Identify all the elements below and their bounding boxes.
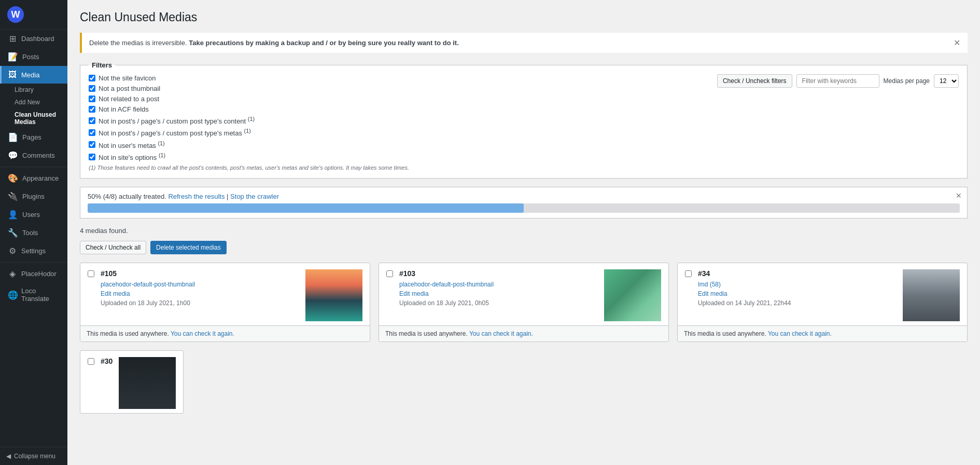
media-card-filename-link-105[interactable]: placehodor-default-post-thumbnail <box>101 281 299 288</box>
notice-close-button[interactable]: ✕ <box>954 38 960 48</box>
tools-icon: 🔧 <box>8 228 18 238</box>
filter-label-acf[interactable]: Not in ACF fields <box>99 105 149 113</box>
users-icon: 👤 <box>8 210 18 220</box>
comments-icon: 💬 <box>8 151 18 160</box>
media-card-filename-link-34[interactable]: lmd (58) <box>698 281 897 288</box>
filter-checkbox-site-options[interactable] <box>89 154 95 160</box>
plugins-icon: 🔌 <box>8 192 18 201</box>
sidebar-item-comments[interactable]: 💬 Comments <box>0 146 67 165</box>
media-card-date-34: Uploaded on 14 July 2021, 22h44 <box>698 299 897 307</box>
media-card-103: #103 placehodor-default-post-thumbnail E… <box>379 263 669 342</box>
progress-bar-background <box>88 203 960 213</box>
sidebar-item-label: Plugins <box>22 193 45 200</box>
filter-label-favicon[interactable]: Not the site favicon <box>99 74 156 82</box>
sidebar-item-settings[interactable]: ⚙ Settings <box>0 242 67 260</box>
media-card-edit-link-34[interactable]: Edit media <box>698 290 897 297</box>
sidebar-sub-library[interactable]: Library <box>0 84 67 96</box>
appearance-icon: 🎨 <box>8 173 18 183</box>
media-card-edit-link-105[interactable]: Edit media <box>101 290 299 297</box>
wp-logo-icon: W <box>7 6 24 23</box>
media-card-header-105: #105 placehodor-default-post-thumbnail E… <box>80 263 370 325</box>
sidebar-item-label: Settings <box>21 247 46 255</box>
per-page-label: Medias per page <box>884 77 930 85</box>
media-card-footer-34: This media is used anywhere. You can che… <box>678 325 967 341</box>
sidebar-item-label: Appearance <box>22 174 59 182</box>
media-card-footer-103: This media is used anywhere. You can che… <box>379 325 668 341</box>
delete-selected-button[interactable]: Delete selected medias <box>150 241 227 254</box>
sidebar-item-dashboard[interactable]: ⊞ Dashboard <box>0 30 67 48</box>
per-page-select[interactable]: 12 24 48 96 <box>934 74 959 88</box>
filter-badge-post-content: (1) <box>248 116 255 122</box>
media-card-thumbnail-105 <box>305 269 362 321</box>
sidebar-item-label: Users <box>22 211 40 218</box>
filter-checkbox-acf[interactable] <box>89 106 95 113</box>
media-card-thumbnail-103 <box>604 269 661 321</box>
media-card-checkbox-103[interactable] <box>386 270 393 277</box>
progress-section: ✕ 50% (4/8) actually treated. Refresh th… <box>80 187 968 218</box>
check-uncheck-all-button[interactable]: Check / Uncheck all <box>80 241 146 254</box>
media-card-34: #34 lmd (58) Edit media Uploaded on 14 J… <box>677 263 968 342</box>
settings-icon: ⚙ <box>8 246 17 256</box>
check-uncheck-filters-button[interactable]: Check / Uncheck filters <box>717 74 792 88</box>
media-card-edit-link-103[interactable]: Edit media <box>399 290 598 297</box>
media-card-id-34: #34 <box>698 269 897 278</box>
filters-content: Not the site favicon Not a post thumbnai… <box>89 74 959 171</box>
media-card-recheck-link-105[interactable]: You can check it again. <box>171 330 234 337</box>
media-card-105: #105 placehodor-default-post-thumbnail E… <box>80 263 370 342</box>
sidebar-item-tools[interactable]: 🔧 Tools <box>0 224 67 242</box>
posts-icon: 📝 <box>8 52 18 62</box>
filters-section: Filters Not the site favicon Not a post … <box>80 61 968 179</box>
warning-notice: Delete the medias is irreversible. Take … <box>80 33 968 53</box>
sidebar-item-appearance[interactable]: 🎨 Appearance <box>0 169 67 187</box>
progress-text: 50% (4/8) actually treated. Refresh the … <box>88 193 960 200</box>
sidebar-sub-add-new[interactable]: Add New <box>0 96 67 108</box>
progress-close-button[interactable]: ✕ <box>956 192 962 200</box>
filter-checkbox-post-metas[interactable] <box>89 129 95 136</box>
sidebar-item-users[interactable]: 👤 Users <box>0 206 67 224</box>
dashboard-icon: ⊞ <box>8 34 17 44</box>
media-card-checkbox-34[interactable] <box>685 270 692 277</box>
sidebar-item-loco-translate[interactable]: 🌐 Loco Translate <box>0 283 67 307</box>
sidebar-item-label: Tools <box>22 229 38 237</box>
sidebar-item-label: Posts <box>22 53 39 61</box>
keyword-filter-input[interactable] <box>796 74 879 88</box>
media-card-filename-link-103[interactable]: placehodor-default-post-thumbnail <box>399 281 598 288</box>
media-count-text: 4 medias found. <box>80 227 968 235</box>
filter-row-acf: Not in ACF fields <box>89 105 707 113</box>
sidebar-item-pages[interactable]: 📄 Pages <box>0 128 67 146</box>
notice-text: Delete the medias is irreversible. Take … <box>89 39 459 47</box>
collapse-menu-button[interactable]: ◀ Collapse menu <box>0 447 67 465</box>
filter-label-post-metas: Not in post's / page's / custom post typ… <box>99 128 251 137</box>
media-card-info-34: #34 lmd (58) Edit media Uploaded on 14 J… <box>698 269 897 307</box>
sidebar-sub-clean-unused[interactable]: Clean Unused Medias <box>0 108 67 128</box>
filter-checkbox-favicon[interactable] <box>89 75 95 81</box>
filter-label-related-post[interactable]: Not related to a post <box>99 95 159 103</box>
filter-label-site-options: Not in site's options (1) <box>99 152 165 161</box>
sidebar-item-plugins[interactable]: 🔌 Plugins <box>0 187 67 206</box>
media-card-checkbox-105[interactable] <box>88 270 94 277</box>
filter-row-site-options: Not in site's options (1) <box>89 152 707 161</box>
stop-crawler-link[interactable]: Stop the crawler <box>230 193 279 200</box>
media-card-recheck-link-34[interactable]: You can check it again. <box>768 330 832 337</box>
filters-left: Not the site favicon Not a post thumbnai… <box>89 74 707 171</box>
refresh-results-link[interactable]: Refresh the results <box>168 193 225 200</box>
sidebar-item-label: Comments <box>22 152 55 159</box>
filter-note: (1) Those features need to crawl all the… <box>89 165 707 171</box>
media-card-checkbox-30[interactable] <box>88 358 94 365</box>
sidebar-separator-1 <box>0 167 67 167</box>
sidebar-item-media[interactable]: 🖼 Media <box>0 66 67 84</box>
sidebar-item-placehodor[interactable]: ◈ PlaceHodor <box>0 265 67 283</box>
sidebar-item-label: Dashboard <box>21 35 54 43</box>
media-card-recheck-link-103[interactable]: You can check it again. <box>469 330 533 337</box>
sidebar-item-posts[interactable]: 📝 Posts <box>0 48 67 66</box>
filter-label-post-thumbnail[interactable]: Not a post thumbnail <box>99 85 160 92</box>
sidebar-logo: W <box>0 0 67 30</box>
filter-checkbox-post-content[interactable] <box>89 117 95 124</box>
filter-checkbox-user-metas[interactable] <box>89 141 95 148</box>
filter-checkbox-related-post[interactable] <box>89 95 95 102</box>
filter-row-post-metas: Not in post's / page's / custom post typ… <box>89 128 707 137</box>
filter-checkbox-post-thumbnail[interactable] <box>89 85 95 92</box>
filter-label-post-content: Not in post's / page's / custom post typ… <box>99 116 255 125</box>
filter-row-user-metas: Not in user's metas (1) <box>89 140 707 149</box>
filter-label-user-metas: Not in user's metas (1) <box>99 140 165 149</box>
